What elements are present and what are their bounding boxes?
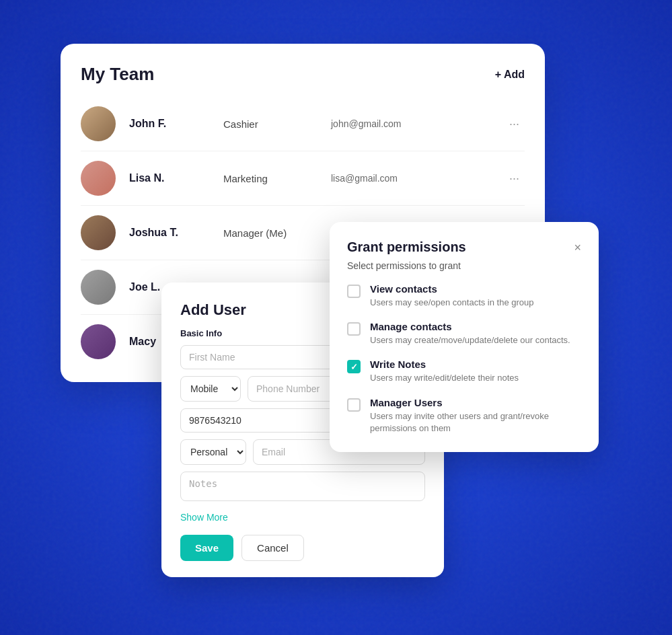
modal-actions: Save Cancel — [180, 535, 425, 561]
permission-item-manager-users: Manager Users Users may invite other use… — [347, 397, 581, 435]
email-type-select[interactable]: Personal Work — [180, 439, 246, 465]
permissions-modal: Grant permissions × Select permissions t… — [330, 222, 599, 452]
manage-contacts-title: Manage contacts — [370, 321, 570, 332]
view-contacts-title: View contacts — [370, 283, 534, 295]
save-button[interactable]: Save — [180, 535, 233, 561]
permissions-subtitle: Select permissions to grant — [347, 260, 581, 271]
member-role: Manager (Me) — [223, 227, 318, 239]
manager-users-title: Manager Users — [370, 397, 581, 408]
member-email: john@gmail.com — [331, 118, 490, 129]
notes-field[interactable] — [180, 472, 425, 501]
avatar — [81, 324, 116, 359]
permission-item-manage-contacts: Manage contacts Users may create/move/up… — [347, 321, 581, 346]
avatar — [81, 106, 116, 141]
permission-item-view-contacts: View contacts Users may see/open contact… — [347, 283, 581, 309]
permission-item-write-notes: Write Notes Users may write/edit/delete … — [347, 359, 581, 384]
avatar — [81, 270, 116, 305]
manager-users-text: Manager Users Users may invite other use… — [370, 397, 581, 435]
cancel-button[interactable]: Cancel — [241, 535, 304, 561]
show-more-link[interactable]: Show More — [180, 512, 228, 523]
member-name: Lisa N. — [129, 172, 210, 184]
write-notes-title: Write Notes — [370, 359, 519, 370]
manager-users-checkbox[interactable] — [347, 398, 361, 412]
write-notes-checkbox[interactable] — [347, 360, 361, 373]
permissions-header: Grant permissions × — [347, 239, 581, 255]
member-email: lisa@gmail.com — [331, 173, 490, 184]
member-name: John F. — [129, 118, 210, 130]
view-contacts-checkbox[interactable] — [347, 285, 361, 298]
manage-contacts-checkbox[interactable] — [347, 322, 361, 336]
avatar — [81, 215, 116, 250]
table-row: John F. Cashier john@gmail.com ··· — [81, 97, 525, 151]
add-button[interactable]: + Add — [495, 69, 525, 81]
avatar — [81, 161, 116, 196]
write-notes-text: Write Notes Users may write/edit/delete … — [370, 359, 519, 384]
table-row: Lisa N. Marketing lisa@gmail.com ··· — [81, 151, 525, 206]
member-name: Joshua T. — [129, 227, 210, 239]
manager-users-desc: Users may invite other users and grant/r… — [370, 410, 581, 435]
write-notes-desc: Users may write/edit/delete their notes — [370, 372, 519, 384]
close-button[interactable]: × — [574, 241, 581, 254]
view-contacts-text: View contacts Users may see/open contact… — [370, 283, 534, 309]
manage-contacts-desc: Users may create/move/update/delete our … — [370, 334, 570, 346]
view-contacts-desc: Users may see/open contacts in the group — [370, 297, 534, 309]
team-card-header: My Team + Add — [81, 64, 525, 85]
permissions-title: Grant permissions — [347, 239, 466, 255]
team-title: My Team — [81, 64, 154, 85]
member-role: Cashier — [223, 118, 318, 130]
more-options-button[interactable]: ··· — [504, 169, 525, 188]
manage-contacts-text: Manage contacts Users may create/move/up… — [370, 321, 570, 346]
more-options-button[interactable]: ··· — [504, 114, 525, 134]
notes-row — [180, 472, 425, 501]
member-role: Marketing — [223, 173, 318, 184]
phone-type-select[interactable]: Mobile Home Work — [180, 376, 241, 402]
